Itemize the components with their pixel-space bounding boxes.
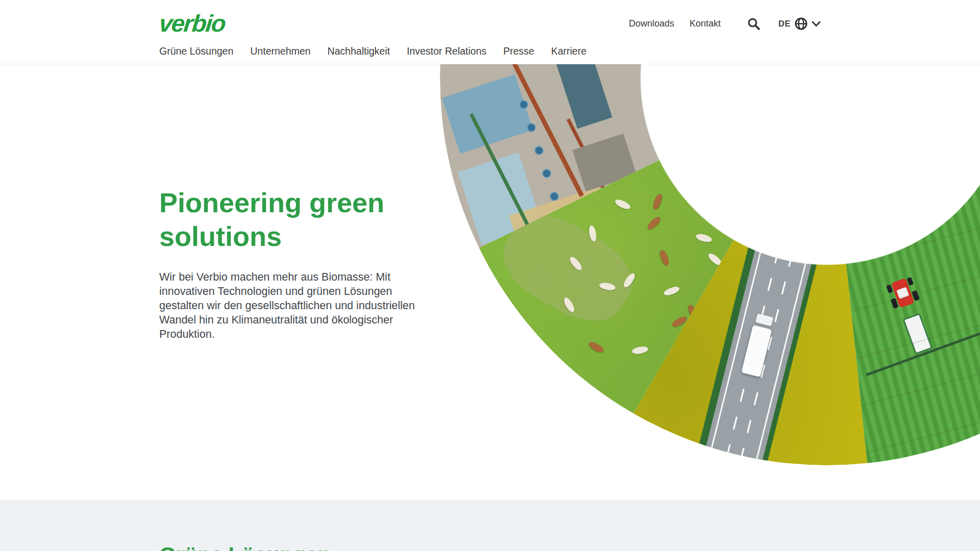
hero-paragraph: Wir bei Verbio machen mehr aus Biomasse:… xyxy=(159,270,425,341)
globe-icon xyxy=(794,17,808,31)
tractor-rig xyxy=(883,271,948,383)
next-section: Grüne Lösungen xyxy=(0,500,980,551)
sprayer-trailer xyxy=(902,313,933,355)
sprayer-boom xyxy=(866,331,980,376)
main-nav: Grüne Lösungen Unternehmen Nachhaltigkei… xyxy=(159,45,821,57)
language-selector[interactable]: DE xyxy=(778,17,821,31)
nav-item-investor-relations[interactable]: Investor Relations xyxy=(407,45,486,57)
next-section-heading: Grüne Lösungen xyxy=(159,543,980,551)
cow xyxy=(587,340,605,354)
cow xyxy=(658,249,670,267)
plant-detail xyxy=(542,169,551,178)
nav-item-karriere[interactable]: Karriere xyxy=(551,45,586,57)
search-icon[interactable] xyxy=(747,17,760,30)
nav-item-gruene-loesungen[interactable]: Grüne Lösungen xyxy=(159,45,233,57)
tractor-cabin xyxy=(896,287,909,299)
hero-collage-ring xyxy=(440,64,980,465)
truck-cab xyxy=(755,313,773,326)
cow xyxy=(663,285,681,297)
nav-item-unternehmen[interactable]: Unternehmen xyxy=(250,45,310,57)
cow xyxy=(614,198,631,211)
utility-link-downloads[interactable]: Downloads xyxy=(629,18,674,29)
hero-title-line1: Pioneering green xyxy=(159,186,445,219)
hero-section: Pioneering green solutions Wir bei Verbi… xyxy=(0,64,980,500)
utility-link-kontakt[interactable]: Kontakt xyxy=(690,18,721,29)
plant-detail xyxy=(534,146,544,155)
hero-title-line2: solutions xyxy=(159,219,445,253)
site-header: verbio Downloads Kontakt DE xyxy=(0,0,980,64)
language-code: DE xyxy=(778,19,791,29)
hero-title: Pioneering green solutions xyxy=(159,186,445,254)
plant-detail xyxy=(527,123,536,132)
tractor-wheel xyxy=(886,285,893,293)
plant-detail xyxy=(550,192,559,201)
tractor xyxy=(891,278,915,308)
tractor-wheel xyxy=(912,290,920,301)
tractor-wheel xyxy=(891,298,899,309)
nav-item-nachhaltigkeit[interactable]: Nachhaltigkeit xyxy=(327,45,389,57)
utility-nav: Downloads Kontakt DE xyxy=(629,17,821,31)
nav-item-presse[interactable]: Presse xyxy=(503,45,534,57)
cow xyxy=(651,193,663,211)
cow xyxy=(631,345,649,355)
plant-detail xyxy=(519,100,528,109)
tractor-wheel xyxy=(906,277,914,286)
plant-detail xyxy=(556,64,612,129)
chevron-down-icon xyxy=(812,21,821,27)
road-surface xyxy=(697,245,813,465)
verbio-logo[interactable]: verbio xyxy=(158,9,227,37)
cow xyxy=(695,233,713,243)
cow xyxy=(646,215,662,232)
